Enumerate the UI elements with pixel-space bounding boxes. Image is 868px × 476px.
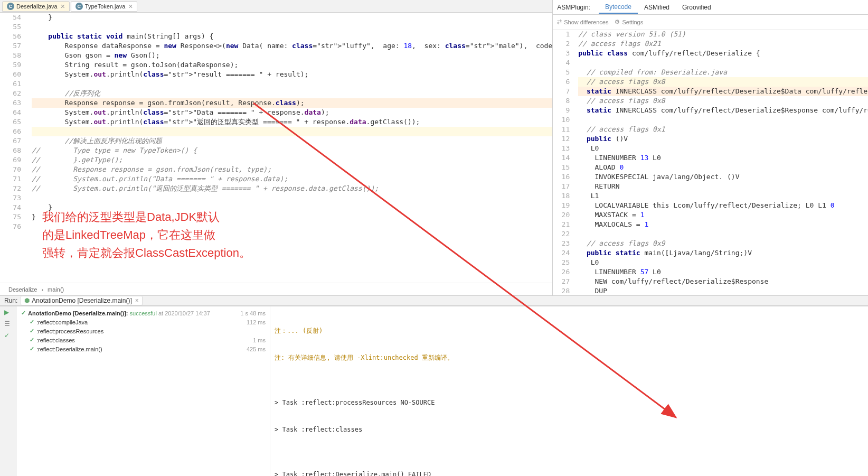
breadcrumb-class[interactable]: Deserialize: [8, 286, 37, 293]
tab-label: TypeToken.java: [85, 3, 125, 10]
task-line: > Task :reflect:Deserialize.main() FAILE…: [275, 470, 864, 476]
check-icon[interactable]: ✓: [4, 332, 13, 340]
close-icon[interactable]: ×: [61, 3, 65, 10]
check-icon: ✓: [21, 310, 26, 316]
gear-icon: ⚙: [615, 18, 620, 25]
warn-line: 注: 有关详细信息, 请使用 -Xlint:unchecked 重新编译。: [275, 353, 864, 362]
run-header-item[interactable]: ✓ AnotationDemo [Deserialize.main()]: su…: [21, 309, 266, 318]
breadcrumb[interactable]: Deserialize › main(): [0, 283, 552, 295]
task-line: > Task :reflect:classes: [275, 425, 864, 434]
run-output[interactable]: 注：... (反射) 注: 有关详细信息, 请使用 -Xlint:uncheck…: [270, 306, 868, 476]
tab-label: Deserialize.java: [16, 3, 58, 10]
code-content[interactable]: } public static void main(String[] args)…: [25, 13, 552, 283]
diff-icon: ⇄: [557, 18, 562, 25]
asm-toolbar: ⇄ Show differences ⚙ Settings: [553, 15, 868, 30]
rerun-icon[interactable]: ▶: [4, 309, 13, 317]
java-class-icon: C: [76, 3, 83, 10]
task-line: > Task :reflect:processResources NO-SOUR…: [275, 398, 864, 407]
chevron-right-icon: ›: [41, 286, 43, 293]
settings-button[interactable]: ⚙ Settings: [615, 18, 643, 25]
tab-groovified[interactable]: Groovified: [676, 2, 718, 13]
run-header-text: AnotationDemo [Deserialize.main()]:: [28, 310, 128, 316]
editor-tabs: C Deserialize.java × C TypeToken.java ×: [0, 0, 552, 13]
code-editor[interactable]: 5455565758596061626364656667686970717273…: [0, 13, 552, 283]
run-label: Run:: [4, 297, 17, 304]
java-class-icon: C: [7, 3, 14, 10]
run-nav: ▶ ☰ ✓: [0, 306, 17, 476]
tree-item[interactable]: ✓:reflect:processResources: [21, 326, 266, 335]
gradle-icon: ⬢: [24, 297, 30, 304]
bytecode-editor[interactable]: 1234567891011121314151617181920212223242…: [553, 30, 868, 295]
tree-item[interactable]: ✓:reflect:classes1 ms: [21, 335, 266, 344]
tab-bytecode[interactable]: Bytecode: [599, 1, 638, 14]
show-differences-button[interactable]: ⇄ Show differences: [557, 18, 608, 25]
asm-plugin-toolbar: ASMPlugin: Bytecode ASMified Groovified: [553, 0, 868, 15]
tree-item[interactable]: ✓:reflect:compileJava112 ms: [21, 318, 266, 326]
tab-asmified[interactable]: ASMified: [638, 2, 676, 13]
bytecode-gutter: 1234567891011121314151617181920212223242…: [553, 30, 574, 295]
close-icon[interactable]: ×: [135, 297, 139, 304]
warn-line-top: 注：... (反射): [275, 326, 864, 335]
tab-typetoken[interactable]: C TypeToken.java ×: [71, 1, 138, 12]
tree-icon[interactable]: ☰: [4, 320, 13, 329]
run-config-tab[interactable]: AnotationDemo [Deserialize.main()]: [32, 297, 131, 304]
bytecode-content[interactable]: // class version 51.0 (51)// access flag…: [574, 30, 868, 295]
tree-item[interactable]: ✓:reflect:Deserialize.main()425 ms: [21, 344, 266, 353]
breadcrumb-method[interactable]: main(): [48, 286, 64, 293]
line-gutter: 5455565758596061626364656667686970717273…: [0, 13, 25, 283]
asm-plugin-label: ASMPlugin:: [557, 4, 590, 11]
tab-deserialize[interactable]: C Deserialize.java ×: [2, 1, 70, 12]
close-icon[interactable]: ×: [128, 3, 133, 10]
